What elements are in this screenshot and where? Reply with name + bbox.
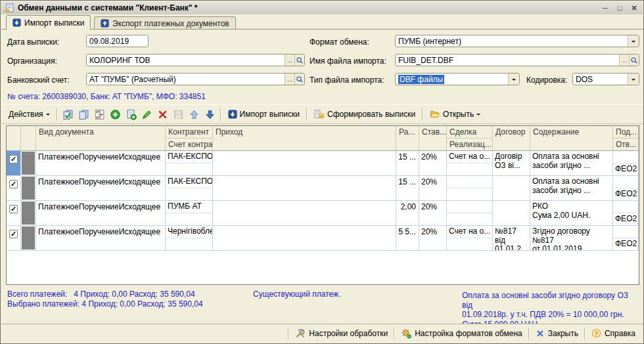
actions-button[interactable]: Действия — [5, 107, 54, 121]
import-file-input[interactable] — [396, 54, 619, 66]
organization-input[interactable] — [87, 54, 285, 66]
open-button[interactable]: Открыть — [426, 107, 484, 121]
form-icon — [4, 3, 14, 13]
row-checkbox[interactable]: ✓ — [9, 155, 18, 163]
close-x-icon — [536, 329, 545, 338]
import-down-arrow-icon — [12, 18, 21, 27]
header-income: Приход — [213, 126, 396, 150]
tab-import-label: Импорт выписки — [24, 18, 84, 28]
select-all-rows-icon[interactable] — [60, 107, 76, 121]
row-status-cell — [21, 201, 36, 225]
bottom-separator — [584, 328, 586, 339]
row-checkbox[interactable]: ✓ — [9, 205, 18, 213]
bank-account-label: Банковский счет: — [7, 75, 70, 85]
expense-cell: 15 ... — [396, 151, 419, 175]
exchange-format-combo[interactable]: ПУМБ (интернет) — [395, 35, 639, 47]
expense-cell: 2,00 — [396, 201, 419, 225]
contract-cell — [493, 201, 530, 225]
encoding-combo[interactable]: DOS — [572, 73, 639, 85]
organization-search-icon[interactable] — [294, 54, 304, 66]
import-file-search-icon[interactable] — [629, 54, 639, 66]
income-cell — [213, 151, 396, 175]
date-input[interactable] — [87, 35, 149, 47]
rate-cell: 20% — [419, 201, 447, 225]
organization-label: Организация: — [7, 56, 57, 66]
open-folder-icon — [430, 109, 440, 119]
bank-account-input[interactable] — [87, 74, 285, 85]
table-row[interactable]: ✓ ПлатежноеПоручениеИсходящее ПАК-ЕКСПО … — [7, 151, 639, 176]
deal-cell — [447, 176, 493, 200]
exchange-formats-settings-button[interactable]: Настройка форматов обмена — [396, 326, 527, 341]
organization-select-icon[interactable]: ... — [285, 54, 294, 66]
import-statement-button[interactable]: Импорт выписки — [224, 107, 304, 121]
row-checkbox[interactable]: ✓ — [9, 180, 18, 188]
clear-selection-icon[interactable] — [76, 107, 91, 121]
encoding-dropdown-icon[interactable] — [628, 74, 639, 85]
app-window: Обмен данными с системами "Клиент-Банк" … — [0, 0, 644, 344]
generate-statements-button[interactable]: Сформировать выписки — [310, 107, 419, 121]
file-type-dropdown-icon[interactable] — [508, 74, 519, 85]
table-row[interactable]: ✓ ПлатежноеПоручениеИсходящее Чернігівоб… — [7, 226, 639, 251]
table-row[interactable]: ✓ ПлатежноеПоручениеИсходящее ПАК-ЕКСПО … — [7, 176, 639, 201]
header-counterparty: Контрагент Счет контраге... — [166, 126, 213, 150]
payment-note-text: Оплата за основні засоби згідно договору… — [462, 291, 641, 324]
table-header: Вид документа Контрагент Счет контраге..… — [7, 126, 639, 151]
responsible-cell: ФЕО2 — [613, 226, 639, 250]
minimize-icon[interactable]: ─ — [599, 3, 611, 13]
bank-account-select-icon[interactable]: ... — [285, 74, 294, 85]
contract-cell — [493, 176, 530, 200]
header-rate: Став... — [419, 126, 447, 150]
close-form-button[interactable]: Закрыть — [531, 326, 583, 341]
selected-payments-line: Выбрано платежей: 4 Приход: 0,00 Расход:… — [7, 299, 203, 309]
bottom-button-bar: Настройки обработки Настройка форматов о… — [1, 324, 643, 342]
encoding-value: DOS — [573, 74, 628, 85]
header-icon-col — [21, 126, 36, 150]
finish-edit-icon[interactable] — [171, 107, 186, 121]
copy-row-icon[interactable] — [124, 107, 139, 121]
rate-cell: 20% — [419, 176, 447, 200]
edit-row-icon[interactable] — [139, 107, 154, 121]
tab-export-label: Экспорт платежных документов — [112, 19, 229, 28]
organization-field[interactable]: ... — [86, 54, 305, 66]
help-icon: ? — [591, 328, 601, 338]
file-type-combo[interactable]: DBF файлы — [395, 73, 520, 85]
date-label: Дата выписки: — [7, 37, 59, 47]
maximize-icon[interactable]: □ — [614, 3, 626, 13]
deal-cell: Счет на о... — [447, 226, 493, 250]
deal-cell — [447, 201, 493, 225]
bottom-separator — [528, 328, 530, 339]
header-content: Содержание — [530, 126, 613, 150]
file-type-value: DBF файлы — [398, 75, 444, 84]
import-file-select-icon[interactable]: ... — [619, 54, 629, 66]
open-dropdown-icon — [476, 114, 480, 118]
header-expense: Ра... — [396, 126, 419, 150]
exchange-format-dropdown-icon[interactable] — [628, 35, 639, 47]
header-responsible: Под... Отв... — [613, 126, 639, 150]
date-field[interactable] — [86, 35, 149, 47]
delete-row-icon[interactable] — [155, 107, 170, 121]
row-checkbox[interactable]: ✓ — [9, 230, 18, 238]
toolbar-separator — [220, 108, 221, 121]
import-file-field[interactable]: ... — [395, 54, 639, 66]
bottom-separator — [288, 328, 289, 339]
tab-import[interactable]: Импорт выписки — [6, 15, 91, 30]
tab-export[interactable]: Экспорт платежных документов — [94, 16, 236, 30]
row-select-cell: ✓ — [7, 176, 21, 200]
counterparty-cell: ПУМБ АТ — [166, 201, 213, 225]
toolbar-separator — [306, 108, 308, 121]
move-down-icon[interactable] — [202, 107, 218, 121]
bank-account-search-icon[interactable] — [294, 74, 304, 85]
help-button[interactable]: ? Справка — [587, 326, 640, 341]
deal-cell: Счет на о... — [447, 151, 493, 175]
toolbar-separator — [422, 108, 423, 121]
add-row-icon[interactable] — [108, 107, 123, 121]
close-icon[interactable]: ✕ — [628, 3, 640, 13]
processing-settings-button[interactable]: Настройки обработки — [290, 326, 392, 341]
table-row[interactable]: ✓ ПлатежноеПоручениеИсходящее ПУМБ АТ 2,… — [7, 201, 639, 226]
move-up-icon[interactable] — [187, 107, 202, 121]
encoding-label: Кодировка: — [526, 75, 567, 85]
doc-type-cell: ПлатежноеПоручениеИсходящее — [36, 176, 166, 200]
invert-selection-icon[interactable] — [92, 107, 107, 121]
doc-type-cell: ПлатежноеПоручениеИсходящее — [36, 226, 166, 250]
bank-account-field[interactable]: ... — [86, 73, 305, 85]
